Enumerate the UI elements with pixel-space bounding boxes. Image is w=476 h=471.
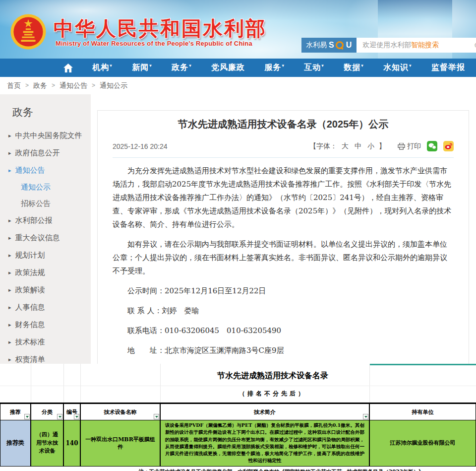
notice-period: 公示时间：2025年12月16日至12月22日 xyxy=(113,284,454,298)
paragraph: 如有异议，请在公示期内与我部联系并提交书面证明材料。以单位名义提出异议的，须加盖… xyxy=(113,238,454,278)
filter-icon[interactable] xyxy=(154,414,159,419)
sidebar-item-notices[interactable]: ▸通知公告 xyxy=(0,162,91,179)
search-engine-label: 水利易 S U xyxy=(301,38,357,53)
sidebar-item-personnel[interactable]: ▸人事信息 xyxy=(0,299,91,316)
triangle-icon: ▸ xyxy=(8,339,11,345)
font-size-label-close: 】 xyxy=(379,142,386,151)
filter-icon[interactable] xyxy=(57,414,62,419)
sidebar-title: 政务 xyxy=(12,105,91,119)
contact-address: 地 址：北京市海淀区玉渊潭南路3号C座9层 xyxy=(113,344,454,357)
sidebar-item-standards[interactable]: ▸技术标准 xyxy=(0,334,91,351)
font-size-medium-button[interactable]: 中 xyxy=(355,142,361,151)
article-body: 为充分发挥先进成熟适用技术对节水型社会建设和绿色发展的重要支撑作用，激发节水产业… xyxy=(113,164,454,366)
nav-item-data[interactable]: 数据▾ xyxy=(344,63,364,73)
page-title: 节水先进成熟适用技术设备名录（2025年）公示 xyxy=(113,118,454,131)
font-size-label: 【字体： xyxy=(309,142,337,151)
sidebar-item-policy-interpretation[interactable]: ▸政策解读 xyxy=(0,281,91,299)
sidebar-item-finance[interactable]: ▸财务信息 xyxy=(0,316,91,334)
site-title: 中华人民共和国水利部 xyxy=(54,15,267,42)
national-emblem-icon xyxy=(10,12,47,52)
cell-number: 140 xyxy=(63,420,80,467)
attachment-spreadsheet: 节水先进成熟适用技术设备名录 （排名不分先后） 推荐 分类 编号 技术设备名称 … xyxy=(0,364,476,471)
search-engine-u: U xyxy=(346,41,353,50)
search-input[interactable]: 欢迎使用水利部 智能搜索 ⚙ xyxy=(357,38,476,53)
main-content: 节水先进成熟适用技术设备名录（2025年）公示 2025-12-16 20:24… xyxy=(91,94,476,364)
triangle-icon: ▸ xyxy=(8,133,11,139)
breadcrumb-separator: > xyxy=(92,77,95,94)
chevron-down-icon: ▾ xyxy=(321,63,324,68)
chevron-down-icon: ▾ xyxy=(361,63,364,68)
table-row: 推荐类 （四）通用节水技术设备 140 一种双出水口MBR平板膜组件 该设备采用… xyxy=(0,420,476,467)
nav-item-news[interactable]: 新闻▾ xyxy=(132,63,152,73)
sidebar-item-central-documents[interactable]: ▸中共中央国务院文件 xyxy=(0,127,91,144)
sheet-header-row: 推荐 分类 编号 技术设备名称 技术简介 持有单位 xyxy=(0,403,476,420)
sidebar-subitem-tender-notices[interactable]: 招标公告 xyxy=(0,196,91,212)
cell-tech-intro: 该设备采用PVDF（聚偏氟乙烯）与PET（聚酯）复合材质的平板膜，膜孔径为0.1… xyxy=(160,420,369,467)
triangle-icon: ▸ xyxy=(8,304,11,311)
chevron-down-icon: ▾ xyxy=(189,63,192,68)
triangle-icon: ▸ xyxy=(8,150,11,156)
chevron-down-icon: ▾ xyxy=(110,63,113,68)
nav-item-interaction[interactable]: 互动▾ xyxy=(304,63,324,73)
cell-recommend: 推荐类 xyxy=(0,420,31,467)
sidebar-item-planning[interactable]: ▸规划计划 xyxy=(0,247,91,264)
triangle-icon: ▸ xyxy=(8,269,11,276)
font-size-large-button[interactable]: 大 xyxy=(342,142,349,151)
print-label: 打印 xyxy=(407,142,421,151)
site-banner: 中华人民共和国水利部 Ministry of Water Resources o… xyxy=(0,0,476,59)
column-header-recommend: 推荐 xyxy=(0,404,31,420)
sidebar-item-gov-info[interactable]: ▸政府信息公开 xyxy=(0,144,91,162)
triangle-icon: ▸ xyxy=(8,235,11,241)
sidebar-item-policies[interactable]: ▸政策法规 xyxy=(0,264,91,281)
column-header-number: 编号 xyxy=(63,404,80,420)
triangle-icon: ▸ xyxy=(8,252,11,259)
nav-item-party-conduct[interactable]: 党风廉政 xyxy=(211,63,245,73)
search-magnifier-icon xyxy=(336,41,344,49)
wechat-share-icon[interactable] xyxy=(427,141,437,151)
search-placeholder: 欢迎使用水利部 xyxy=(362,41,411,50)
breadcrumb: 首页 > 政务 > 通知公告 > 通知公示 xyxy=(0,77,476,94)
sidebar-item-gazette[interactable]: ▸水利部公报 xyxy=(0,212,91,229)
weibo-share-icon[interactable] xyxy=(443,141,454,151)
print-button[interactable]: 打印 xyxy=(398,142,421,151)
breadcrumb-current[interactable]: 通知公示 xyxy=(100,77,127,94)
chevron-down-icon: ▾ xyxy=(282,63,285,68)
triangle-icon: ▸ xyxy=(8,322,11,328)
font-size-small-button[interactable]: 小 xyxy=(367,142,374,151)
breadcrumb-separator: > xyxy=(25,77,29,94)
filter-icon[interactable] xyxy=(363,414,368,419)
nav-item-services[interactable]: 服务▾ xyxy=(264,63,285,73)
triangle-icon: ▸ xyxy=(8,287,11,293)
site-title-english: Ministry of Water Resources of the Peopl… xyxy=(56,40,252,47)
nav-item-govaffairs[interactable]: 政务▾ xyxy=(172,63,192,73)
contact-phone: 联系电话：010-63206045 010-63205490 xyxy=(113,324,454,337)
column-header-equipment-name: 技术设备名称 xyxy=(80,404,160,420)
cell-category: （四）通用节水技术设备 xyxy=(31,420,63,467)
triangle-icon: ▸ xyxy=(8,217,11,224)
article-meta: 2025-12-16 20:24 【字体： 大 中 小 】 打印 xyxy=(113,141,454,158)
breadcrumb-govaffairs[interactable]: 政务 xyxy=(33,77,47,94)
chevron-down-icon: ▾ xyxy=(149,63,152,68)
sidebar-subitem-notice-publicity[interactable]: 通知公示 xyxy=(0,179,91,196)
home-icon[interactable] xyxy=(63,64,73,72)
sheet-subtitle: （排名不分先后） xyxy=(0,386,476,403)
nav-item-water-knowledge[interactable]: 水知识▾ xyxy=(383,63,412,73)
gear-icon[interactable]: ⚙ xyxy=(474,41,476,49)
filter-icon[interactable] xyxy=(24,414,30,419)
sheet-note: 注：工业节水技术设备见工业和信息化部、水利部联合发布的《国家鼓励的工业节水工艺、… xyxy=(0,467,476,471)
column-header-tech-intro: 技术简介 xyxy=(160,404,369,420)
breadcrumb-notices[interactable]: 通知公告 xyxy=(60,77,87,94)
search-engine-s: S xyxy=(329,41,335,50)
search-engine-text: 水利易 xyxy=(306,41,327,50)
publish-date: 2025-12-16 20:24 xyxy=(113,142,168,150)
nav-item-supervision[interactable]: 监督举报 xyxy=(431,63,465,73)
breadcrumb-home[interactable]: 首页 xyxy=(7,77,21,94)
column-header-holder: 持有单位 xyxy=(369,404,476,420)
contact-person: 联 系 人：刘婷 娄瑜 xyxy=(113,304,454,318)
breadcrumb-separator: > xyxy=(52,77,55,94)
nav-item-orgs[interactable]: 机构▾ xyxy=(92,63,113,73)
filter-icon[interactable] xyxy=(74,414,79,419)
search-bar: 水利易 S U 欢迎使用水利部 智能搜索 ⚙ 确定 xyxy=(301,38,476,53)
sidebar-item-major-meetings[interactable]: ▸重大会议信息 xyxy=(0,229,91,247)
sheet-title: 节水先进成熟适用技术设备名录 xyxy=(0,364,476,386)
